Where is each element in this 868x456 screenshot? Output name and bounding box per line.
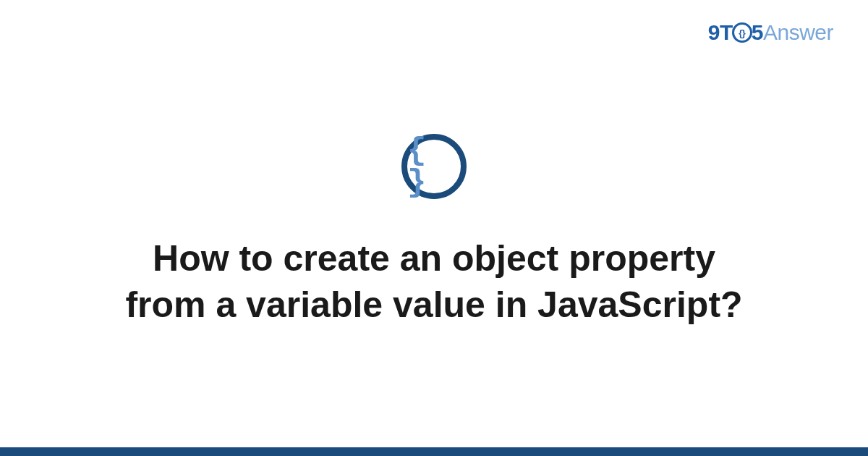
question-title: How to create an object property from a … <box>87 235 781 328</box>
braces-glyph: { } <box>407 135 461 198</box>
braces-icon: { } <box>401 134 467 199</box>
footer-accent-bar <box>0 447 868 456</box>
topic-icon-wrapper: { } <box>401 134 467 199</box>
main-content: { } How to create an object property fro… <box>0 0 868 447</box>
